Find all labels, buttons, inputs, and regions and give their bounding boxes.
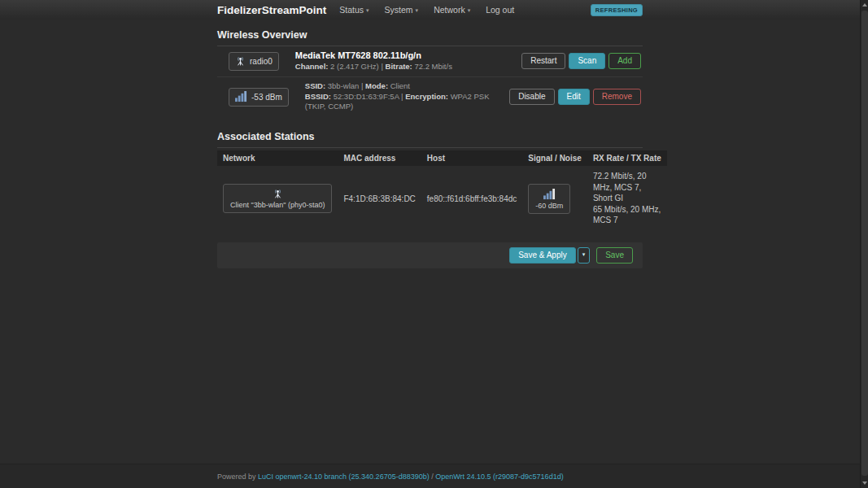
disable-button[interactable]: Disable — [509, 89, 554, 105]
radio-device-badge: radio0 — [229, 52, 279, 71]
station-rx-rate: 72.2 Mbit/s, 20 MHz, MCS 7, Short GI — [593, 171, 661, 204]
column-header-rx-tx-rate: RX Rate / TX Rate — [587, 150, 667, 166]
nav-status[interactable]: Status▾ — [339, 5, 369, 15]
scroll-down-icon[interactable] — [861, 478, 868, 488]
signal-bars-icon — [543, 189, 556, 200]
dropdown-caret-icon: ▾ — [468, 7, 471, 13]
save-apply-button[interactable]: Save & Apply — [509, 247, 575, 264]
nav-logout[interactable]: Log out — [486, 5, 514, 15]
device-details: Channel: 2 (2.417 GHz) | Bitrate: 72.2 M… — [295, 62, 521, 72]
column-header-signal-noise: Signal / Noise — [522, 150, 587, 166]
openwrt-version-link[interactable]: OpenWrt 24.10.5 (r29087-d9c5716d1d) — [435, 473, 563, 481]
restart-button[interactable]: Restart — [521, 53, 565, 69]
column-header-network: Network — [217, 150, 338, 166]
dropdown-caret-icon: ▾ — [582, 251, 586, 257]
edit-button[interactable]: Edit — [558, 89, 590, 105]
luci-version-link[interactable]: LuCI openwrt-24.10 branch (25.340.26705-… — [258, 473, 430, 481]
column-header-host: Host — [421, 150, 522, 166]
wireless-network-row: -53 dBm SSID: 3bb-wlan | Mode: Client BS… — [217, 76, 643, 116]
station-rates: 72.2 Mbit/s, 20 MHz, MCS 7, Short GI 65 … — [587, 166, 667, 231]
save-button[interactable]: Save — [596, 247, 633, 264]
brand-logo[interactable]: FidelizerStreamPoint — [217, 4, 326, 16]
network-ssid-line: SSID: 3bb-wlan | Mode: Client — [305, 81, 509, 92]
save-apply-dropdown-button[interactable]: ▾ — [578, 247, 591, 264]
antenna-icon — [273, 189, 283, 199]
signal-strength-badge: -53 dBm — [229, 88, 289, 107]
station-signal-badge: -60 dBm — [528, 184, 570, 214]
wireless-device-row: radio0 MediaTek MT7628 802.11b/g/n Chann… — [217, 46, 643, 76]
station-tx-rate: 65 Mbit/s, 20 MHz, MCS 7 — [593, 204, 661, 226]
refreshing-indicator-badge[interactable]: REFRESHING — [591, 4, 643, 16]
dropdown-caret-icon: ▾ — [416, 7, 419, 13]
column-header-mac: MAC address — [338, 150, 421, 166]
table-header-row: Network MAC address Host Signal / Noise … — [217, 150, 667, 166]
associated-stations-title: Associated Stations — [217, 131, 643, 148]
associated-stations-table: Network MAC address Host Signal / Noise … — [217, 150, 667, 231]
powered-by-text: Powered by — [217, 473, 258, 481]
signal-value-label: -53 dBm — [251, 93, 282, 102]
network-bssid-line: BSSID: 52:3D:D1:63:9F:5A | Encryption: W… — [305, 92, 509, 113]
nav-network[interactable]: Network▾ — [434, 5, 470, 15]
add-button[interactable]: Add — [608, 53, 641, 69]
dropdown-caret-icon: ▾ — [366, 7, 369, 13]
page-footer: Powered by LuCI openwrt-24.10 branch (25… — [0, 464, 868, 488]
station-network-label: Client "3bb-wlan" (phy0-sta0) — [230, 201, 325, 209]
station-signal-value: -60 dBm — [535, 202, 563, 210]
device-name: MediaTek MT7628 802.11b/g/n — [295, 50, 521, 60]
table-row: Client "3bb-wlan" (phy0-sta0) F4:1D:6B:3… — [217, 166, 667, 231]
nav-system[interactable]: System▾ — [385, 5, 419, 15]
scan-button[interactable]: Scan — [569, 53, 605, 69]
station-host: fe80::f61d:6bff:fe3b:84dc — [421, 166, 522, 231]
scrollbar-thumb[interactable] — [861, 11, 868, 476]
page-actions-bar: Save & Apply ▾ Save — [217, 242, 643, 268]
top-bar: FidelizerStreamPoint Status▾ System▾ Net… — [0, 0, 868, 20]
main-nav: Status▾ System▾ Network▾ Log out — [339, 5, 514, 15]
station-network-badge: Client "3bb-wlan" (phy0-sta0) — [223, 184, 332, 213]
radio-name-label: radio0 — [250, 57, 273, 66]
scroll-up-icon[interactable] — [861, 0, 868, 10]
antenna-icon — [235, 56, 246, 67]
wireless-overview-title: Wireless Overview — [217, 29, 643, 46]
station-mac-address: F4:1D:6B:3B:84:DC — [338, 166, 421, 231]
vertical-scrollbar[interactable] — [860, 0, 868, 488]
remove-button[interactable]: Remove — [593, 89, 641, 105]
signal-bars-icon — [235, 91, 247, 102]
